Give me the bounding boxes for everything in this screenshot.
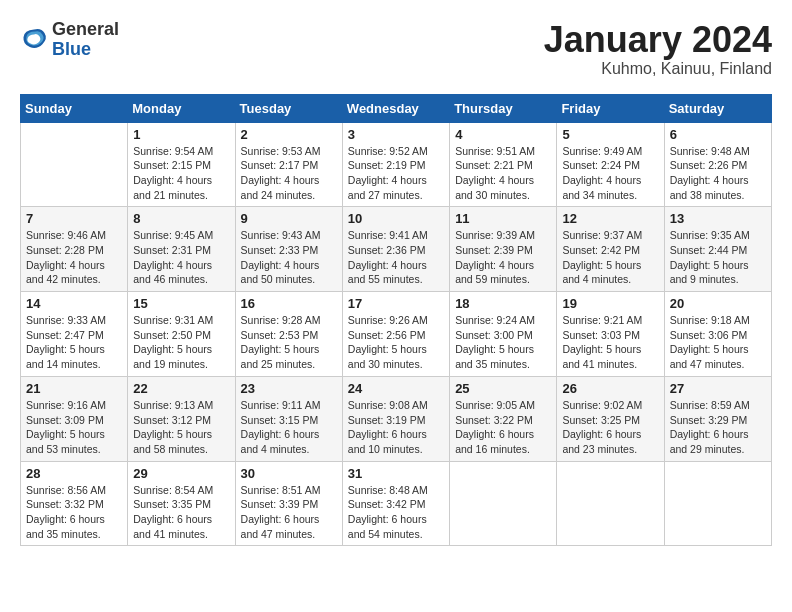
day-info: Sunrise: 9:46 AMSunset: 2:28 PMDaylight:… <box>26 228 122 287</box>
day-number: 18 <box>455 296 551 311</box>
day-info: Sunrise: 9:02 AMSunset: 3:25 PMDaylight:… <box>562 398 658 457</box>
day-number: 2 <box>241 127 337 142</box>
day-info: Sunrise: 9:53 AMSunset: 2:17 PMDaylight:… <box>241 144 337 203</box>
day-number: 16 <box>241 296 337 311</box>
calendar-cell: 31Sunrise: 8:48 AMSunset: 3:42 PMDayligh… <box>342 461 449 546</box>
day-number: 14 <box>26 296 122 311</box>
week-row-4: 21Sunrise: 9:16 AMSunset: 3:09 PMDayligh… <box>21 376 772 461</box>
logo-text: General Blue <box>52 20 119 60</box>
day-number: 20 <box>670 296 766 311</box>
day-number: 6 <box>670 127 766 142</box>
calendar-cell: 14Sunrise: 9:33 AMSunset: 2:47 PMDayligh… <box>21 292 128 377</box>
day-info: Sunrise: 9:43 AMSunset: 2:33 PMDaylight:… <box>241 228 337 287</box>
day-info: Sunrise: 9:33 AMSunset: 2:47 PMDaylight:… <box>26 313 122 372</box>
day-number: 26 <box>562 381 658 396</box>
calendar-cell: 19Sunrise: 9:21 AMSunset: 3:03 PMDayligh… <box>557 292 664 377</box>
day-info: Sunrise: 9:49 AMSunset: 2:24 PMDaylight:… <box>562 144 658 203</box>
day-number: 7 <box>26 211 122 226</box>
calendar-cell: 10Sunrise: 9:41 AMSunset: 2:36 PMDayligh… <box>342 207 449 292</box>
day-info: Sunrise: 9:11 AMSunset: 3:15 PMDaylight:… <box>241 398 337 457</box>
day-number: 29 <box>133 466 229 481</box>
page-header: General Blue January 2024 Kuhmo, Kainuu,… <box>20 20 772 78</box>
header-day-thursday: Thursday <box>450 94 557 122</box>
day-info: Sunrise: 9:52 AMSunset: 2:19 PMDaylight:… <box>348 144 444 203</box>
day-number: 13 <box>670 211 766 226</box>
calendar-cell: 23Sunrise: 9:11 AMSunset: 3:15 PMDayligh… <box>235 376 342 461</box>
calendar-cell: 30Sunrise: 8:51 AMSunset: 3:39 PMDayligh… <box>235 461 342 546</box>
day-number: 17 <box>348 296 444 311</box>
calendar-cell: 7Sunrise: 9:46 AMSunset: 2:28 PMDaylight… <box>21 207 128 292</box>
day-number: 1 <box>133 127 229 142</box>
calendar-cell: 21Sunrise: 9:16 AMSunset: 3:09 PMDayligh… <box>21 376 128 461</box>
day-number: 9 <box>241 211 337 226</box>
day-info: Sunrise: 9:28 AMSunset: 2:53 PMDaylight:… <box>241 313 337 372</box>
calendar-cell: 17Sunrise: 9:26 AMSunset: 2:56 PMDayligh… <box>342 292 449 377</box>
day-info: Sunrise: 8:59 AMSunset: 3:29 PMDaylight:… <box>670 398 766 457</box>
day-info: Sunrise: 9:48 AMSunset: 2:26 PMDaylight:… <box>670 144 766 203</box>
day-info: Sunrise: 9:24 AMSunset: 3:00 PMDaylight:… <box>455 313 551 372</box>
day-info: Sunrise: 9:54 AMSunset: 2:15 PMDaylight:… <box>133 144 229 203</box>
header-day-friday: Friday <box>557 94 664 122</box>
day-info: Sunrise: 9:26 AMSunset: 2:56 PMDaylight:… <box>348 313 444 372</box>
title-block: January 2024 Kuhmo, Kainuu, Finland <box>544 20 772 78</box>
day-info: Sunrise: 9:35 AMSunset: 2:44 PMDaylight:… <box>670 228 766 287</box>
calendar-cell <box>21 122 128 207</box>
calendar-cell: 1Sunrise: 9:54 AMSunset: 2:15 PMDaylight… <box>128 122 235 207</box>
calendar-cell: 28Sunrise: 8:56 AMSunset: 3:32 PMDayligh… <box>21 461 128 546</box>
calendar-cell <box>557 461 664 546</box>
logo-icon <box>20 26 48 54</box>
day-number: 30 <box>241 466 337 481</box>
calendar-cell: 5Sunrise: 9:49 AMSunset: 2:24 PMDaylight… <box>557 122 664 207</box>
day-number: 15 <box>133 296 229 311</box>
week-row-2: 7Sunrise: 9:46 AMSunset: 2:28 PMDaylight… <box>21 207 772 292</box>
day-info: Sunrise: 9:41 AMSunset: 2:36 PMDaylight:… <box>348 228 444 287</box>
calendar-cell: 22Sunrise: 9:13 AMSunset: 3:12 PMDayligh… <box>128 376 235 461</box>
day-info: Sunrise: 8:56 AMSunset: 3:32 PMDaylight:… <box>26 483 122 542</box>
calendar-table: SundayMondayTuesdayWednesdayThursdayFrid… <box>20 94 772 547</box>
calendar-cell: 20Sunrise: 9:18 AMSunset: 3:06 PMDayligh… <box>664 292 771 377</box>
calendar-cell: 29Sunrise: 8:54 AMSunset: 3:35 PMDayligh… <box>128 461 235 546</box>
calendar-cell: 26Sunrise: 9:02 AMSunset: 3:25 PMDayligh… <box>557 376 664 461</box>
day-info: Sunrise: 8:54 AMSunset: 3:35 PMDaylight:… <box>133 483 229 542</box>
day-info: Sunrise: 9:16 AMSunset: 3:09 PMDaylight:… <box>26 398 122 457</box>
calendar-cell: 11Sunrise: 9:39 AMSunset: 2:39 PMDayligh… <box>450 207 557 292</box>
calendar-cell: 25Sunrise: 9:05 AMSunset: 3:22 PMDayligh… <box>450 376 557 461</box>
header-day-tuesday: Tuesday <box>235 94 342 122</box>
logo: General Blue <box>20 20 119 60</box>
day-number: 11 <box>455 211 551 226</box>
week-row-5: 28Sunrise: 8:56 AMSunset: 3:32 PMDayligh… <box>21 461 772 546</box>
day-number: 21 <box>26 381 122 396</box>
day-info: Sunrise: 9:05 AMSunset: 3:22 PMDaylight:… <box>455 398 551 457</box>
calendar-cell: 2Sunrise: 9:53 AMSunset: 2:17 PMDaylight… <box>235 122 342 207</box>
day-info: Sunrise: 9:37 AMSunset: 2:42 PMDaylight:… <box>562 228 658 287</box>
day-info: Sunrise: 9:08 AMSunset: 3:19 PMDaylight:… <box>348 398 444 457</box>
calendar-cell: 9Sunrise: 9:43 AMSunset: 2:33 PMDaylight… <box>235 207 342 292</box>
calendar-cell: 12Sunrise: 9:37 AMSunset: 2:42 PMDayligh… <box>557 207 664 292</box>
calendar-cell <box>450 461 557 546</box>
day-number: 8 <box>133 211 229 226</box>
calendar-title: January 2024 <box>544 20 772 60</box>
day-number: 25 <box>455 381 551 396</box>
calendar-cell: 8Sunrise: 9:45 AMSunset: 2:31 PMDaylight… <box>128 207 235 292</box>
day-info: Sunrise: 8:51 AMSunset: 3:39 PMDaylight:… <box>241 483 337 542</box>
calendar-cell: 13Sunrise: 9:35 AMSunset: 2:44 PMDayligh… <box>664 207 771 292</box>
day-number: 28 <box>26 466 122 481</box>
day-number: 31 <box>348 466 444 481</box>
day-number: 4 <box>455 127 551 142</box>
calendar-cell: 3Sunrise: 9:52 AMSunset: 2:19 PMDaylight… <box>342 122 449 207</box>
header-day-monday: Monday <box>128 94 235 122</box>
calendar-cell: 24Sunrise: 9:08 AMSunset: 3:19 PMDayligh… <box>342 376 449 461</box>
day-number: 3 <box>348 127 444 142</box>
day-number: 19 <box>562 296 658 311</box>
day-number: 27 <box>670 381 766 396</box>
week-row-1: 1Sunrise: 9:54 AMSunset: 2:15 PMDaylight… <box>21 122 772 207</box>
days-header-row: SundayMondayTuesdayWednesdayThursdayFrid… <box>21 94 772 122</box>
day-info: Sunrise: 9:18 AMSunset: 3:06 PMDaylight:… <box>670 313 766 372</box>
day-number: 12 <box>562 211 658 226</box>
week-row-3: 14Sunrise: 9:33 AMSunset: 2:47 PMDayligh… <box>21 292 772 377</box>
day-info: Sunrise: 9:51 AMSunset: 2:21 PMDaylight:… <box>455 144 551 203</box>
day-number: 23 <box>241 381 337 396</box>
calendar-cell: 27Sunrise: 8:59 AMSunset: 3:29 PMDayligh… <box>664 376 771 461</box>
day-info: Sunrise: 9:13 AMSunset: 3:12 PMDaylight:… <box>133 398 229 457</box>
day-number: 5 <box>562 127 658 142</box>
